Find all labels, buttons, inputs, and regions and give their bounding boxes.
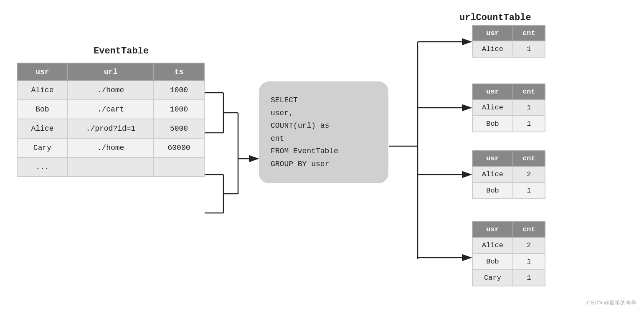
cell: ./home: [68, 81, 154, 100]
cell: 1: [513, 99, 545, 116]
cell: 2: [513, 166, 545, 182]
table-row: Alice 2: [472, 166, 545, 182]
table-row: ...: [17, 157, 204, 177]
cell: Alice: [17, 119, 68, 138]
cell: Alice: [472, 237, 513, 253]
cell: ./cart: [68, 100, 154, 119]
rt4-header-usr: usr: [472, 222, 513, 237]
watermark: CSDN @最笨的羊羊: [587, 299, 636, 306]
table-row: Alice 2: [472, 237, 545, 253]
cell: Cary: [472, 270, 513, 286]
cell: Bob: [472, 116, 513, 132]
cell: Bob: [472, 253, 513, 270]
cell: 1: [513, 253, 545, 270]
result-table-1: usr cnt Alice 1: [472, 25, 545, 58]
table-row: Alice 1: [472, 41, 545, 57]
event-table-title: EventTable: [42, 46, 200, 56]
rt4-header-cnt: cnt: [513, 222, 545, 237]
sql-line3: COUNT(url) as: [271, 119, 377, 132]
cell: Alice: [472, 166, 513, 182]
sql-line2: user,: [271, 107, 377, 120]
table-row: Cary 1: [472, 270, 545, 286]
table-row: Bob ./cart 1000: [17, 100, 204, 119]
cell: Alice: [472, 99, 513, 116]
cell: [68, 157, 154, 177]
event-table: usr url ts Alice ./home 1000 Bob ./cart …: [17, 63, 205, 177]
table-row: Cary ./home 60000: [17, 138, 204, 157]
cell: 1000: [154, 100, 204, 119]
table-row: Alice 1: [472, 99, 545, 116]
cell: Bob: [17, 100, 68, 119]
cell: 1: [513, 182, 545, 199]
sql-line5: FROM EventTable: [271, 145, 377, 158]
result-table-4: usr cnt Alice 2 Bob 1 Cary 1: [472, 221, 545, 286]
cell: ...: [17, 157, 68, 177]
event-table-header-usr: usr: [17, 63, 68, 81]
rt1-header-cnt: cnt: [513, 25, 545, 41]
table-row: Alice ./home 1000: [17, 81, 204, 100]
table-row: Bob 1: [472, 116, 545, 132]
result-table-3: usr cnt Alice 2 Bob 1: [472, 150, 545, 199]
sql-box: SELECT user, COUNT(url) as cnt FROM Even…: [259, 81, 388, 183]
diagram-container: EventTable usr url ts Alice ./home 1000 …: [0, 0, 644, 314]
table-row: Alice ./prod?id=1 5000: [17, 119, 204, 138]
url-count-table-title: urlCountTable: [459, 13, 531, 23]
result-table-2: usr cnt Alice 1 Bob 1: [472, 84, 545, 132]
cell: ./home: [68, 138, 154, 157]
rt2-header-cnt: cnt: [513, 84, 545, 99]
rt3-header-cnt: cnt: [513, 151, 545, 166]
cell: 2: [513, 237, 545, 253]
cell: 1: [513, 270, 545, 286]
rt3-header-usr: usr: [472, 151, 513, 166]
event-table-header-ts: ts: [154, 63, 204, 81]
table-row: Bob 1: [472, 253, 545, 270]
sql-line4: cnt: [271, 132, 377, 145]
rt1-header-usr: usr: [472, 25, 513, 41]
cell: Alice: [17, 81, 68, 100]
table-row: Bob 1: [472, 182, 545, 199]
cell: Bob: [472, 182, 513, 199]
cell: ./prod?id=1: [68, 119, 154, 138]
sql-line6: GROUP BY user: [271, 158, 377, 171]
cell: 1000: [154, 81, 204, 100]
cell: 5000: [154, 119, 204, 138]
cell: Alice: [472, 41, 513, 57]
cell: Cary: [17, 138, 68, 157]
cell: 1: [513, 116, 545, 132]
cell: 60000: [154, 138, 204, 157]
sql-line1: SELECT: [271, 94, 377, 107]
event-table-header-url: url: [68, 63, 154, 81]
rt2-header-usr: usr: [472, 84, 513, 99]
cell: 1: [513, 41, 545, 57]
cell: [154, 157, 204, 177]
